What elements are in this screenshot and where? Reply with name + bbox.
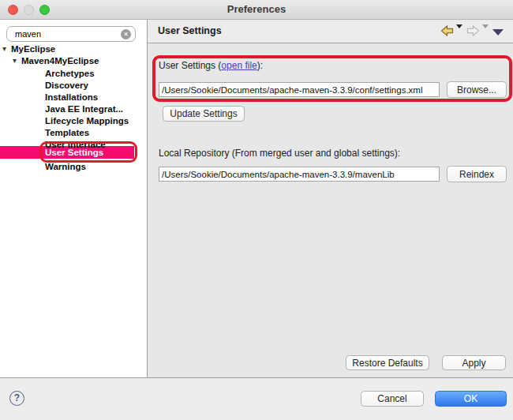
forward-arrow-icon (466, 25, 480, 36)
view-menu-icon[interactable] (492, 29, 504, 36)
sidebar-item-templates[interactable]: Templates (45, 127, 89, 139)
user-settings-label: User Settings (open file): (159, 60, 263, 71)
back-menu-caret-icon[interactable] (456, 24, 462, 28)
forward-menu-caret-icon (482, 24, 489, 28)
user-settings-label-prefix: User Settings ( (159, 60, 221, 71)
back-arrow-icon (440, 25, 454, 36)
page-title: User Settings (158, 25, 222, 36)
preferences-window: Preferences ✕ ▾ MyEclipse ▾ Maven4MyEcli… (0, 0, 513, 420)
browse-button[interactable]: Browse... (447, 81, 507, 98)
apply-button[interactable]: Apply (442, 355, 506, 370)
sidebar-item-discovery[interactable]: Discovery (45, 80, 88, 92)
user-settings-label-suffix: ): (257, 60, 263, 71)
search-clear-icon[interactable]: ✕ (121, 29, 131, 39)
dialog-footer: ? Cancel OK (0, 377, 513, 420)
disclosure-triangle-icon[interactable]: ▾ (2, 43, 6, 55)
titlebar: Preferences (0, 0, 513, 20)
sidebar-item-user-settings[interactable]: User Settings (45, 147, 103, 159)
sidebar-item-installations[interactable]: Installations (45, 92, 98, 103)
sidebar-item-warnings[interactable]: Warnings (45, 161, 86, 173)
local-repository-label: Local Repository (From merged user and g… (159, 148, 400, 159)
sidebar-item-lifecycle-mappings[interactable]: Lifecycle Mappings (45, 115, 129, 127)
sidebar-item-java-ee-integration[interactable]: Java EE Integrat... (45, 103, 123, 115)
window-title: Preferences (0, 3, 513, 15)
user-settings-path-field[interactable] (159, 82, 440, 97)
disclosure-triangle-icon[interactable]: ▾ (13, 55, 17, 67)
restore-defaults-button[interactable]: Restore Defaults (346, 355, 429, 370)
cancel-button[interactable]: Cancel (361, 391, 424, 407)
reindex-button[interactable]: Reindex (447, 166, 507, 182)
sidebar: ✕ ▾ MyEclipse ▾ Maven4MyEclipse Archetyp… (0, 20, 148, 377)
local-repository-path-field[interactable] (159, 167, 440, 182)
sidebar-item-archetypes[interactable]: Archetypes (45, 68, 95, 80)
settings-panel: User Settings User Settings (open file):… (148, 20, 513, 377)
panel-header: User Settings (148, 20, 513, 43)
help-icon[interactable]: ? (9, 391, 24, 406)
open-file-link[interactable]: open file (221, 60, 256, 71)
ok-button[interactable]: OK (435, 391, 507, 407)
back-button[interactable] (440, 25, 454, 38)
forward-button[interactable] (466, 25, 480, 38)
sidebar-item-maven4myeclipse[interactable]: Maven4MyEclipse (21, 55, 99, 67)
sidebar-item-myeclipse[interactable]: MyEclipse (11, 43, 55, 55)
search-input[interactable] (15, 28, 118, 40)
update-settings-button[interactable]: Update Settings (163, 106, 245, 122)
filter-searchbox: ✕ (6, 26, 136, 42)
